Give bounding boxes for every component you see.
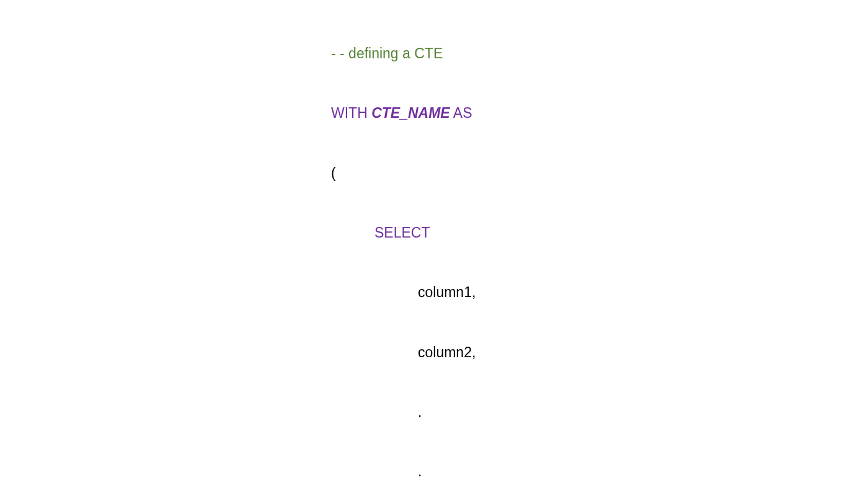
cte-name-declaration: CTE_NAME bbox=[371, 105, 450, 121]
comment-defining-cte: - - defining a CTE bbox=[331, 45, 443, 61]
open-paren: ( bbox=[331, 165, 336, 181]
inner-dot2: . bbox=[418, 463, 422, 479]
inner-column2: column2, bbox=[418, 344, 476, 360]
keyword-as: AS bbox=[450, 105, 472, 121]
keyword-with: WITH bbox=[331, 105, 371, 121]
sql-code-block: - - defining a CTE WITH CTE_NAME AS ( SE… bbox=[331, 4, 513, 485]
inner-column1: column1, bbox=[418, 284, 476, 300]
keyword-select-inner: SELECT bbox=[374, 225, 430, 241]
inner-dot1: . bbox=[418, 404, 422, 420]
